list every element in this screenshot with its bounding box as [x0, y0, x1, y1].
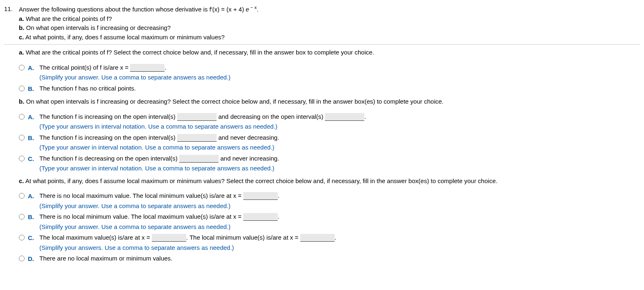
choice-b-A-line: The function f is increasing on the open… [39, 112, 640, 122]
choice-b-A-seg3: . [364, 113, 366, 120]
radio-c-D[interactable] [19, 256, 25, 261]
radio-a-B[interactable] [19, 86, 25, 91]
question-stem: 11. Answer the following questions about… [4, 4, 640, 42]
choice-label: A. [28, 112, 39, 122]
choice-a-A-line: The critical point(s) of f is/are x = . [39, 63, 640, 72]
choice-b-A: A. The function f is increasing on the o… [19, 112, 640, 131]
part-b-bold: b. [19, 98, 24, 105]
stem-b-bold: b. [19, 24, 24, 31]
radio-b-B[interactable] [19, 135, 25, 140]
choice-c-D-text: There are no local maximum or minimum va… [39, 254, 640, 263]
input-b-A-2[interactable] [325, 113, 364, 121]
formula-pre: f′(x) = (x + 4) [209, 6, 246, 13]
choice-a-A-pre: The critical point(s) of f is/are x = [39, 64, 130, 71]
choice-label: B. [28, 84, 39, 94]
choice-a-B: B. The function f has no critical points… [19, 84, 640, 94]
part-a-section: a. What are the critical points of f? Se… [19, 48, 640, 94]
choice-label: B. [28, 133, 39, 143]
choice-a-B-text: The function f has no critical points. [39, 84, 640, 93]
choice-c-C: C. The local maximum value(s) is/are at … [19, 233, 640, 252]
divider [4, 44, 640, 45]
input-c-A-1[interactable] [243, 192, 278, 200]
stem-c-text: At what points, if any, does f assume lo… [24, 34, 225, 41]
choice-label: B. [28, 212, 39, 222]
part-b-prompt-text: On what open intervals is f increasing o… [24, 98, 443, 105]
stem-a-text: What are the critical points of f? [24, 15, 112, 22]
choice-c-A: A. There is no local maximum value. The … [19, 191, 640, 211]
choice-c-A-seg1: There is no local maximum value. The loc… [39, 192, 243, 199]
choice-c-B: B. There is no local minimum value. The … [19, 212, 640, 231]
choice-c-C-hint: (Simplify your answers. Use a comma to s… [39, 243, 640, 253]
choice-b-B-seg1: The function f is increasing on the open… [39, 134, 177, 141]
choice-a-A-post: . [164, 64, 166, 71]
choice-c-B-line: There is no local minimum value. The loc… [39, 212, 640, 222]
input-c-C-2[interactable] [300, 234, 335, 242]
choice-b-C-seg2: and never increasing. [219, 155, 279, 162]
stem-part-a: a. What are the critical points of f? [19, 14, 640, 24]
choice-b-A-seg2: and decreasing on the open interval(s) [217, 113, 325, 120]
choice-c-D: D. There are no local maximum or minimum… [19, 254, 640, 264]
choice-b-B-seg2: and never decreasing. [217, 134, 279, 141]
input-c-C-1[interactable] [152, 234, 186, 242]
choice-b-C-hint: (Type your answer in interval notation. … [39, 164, 640, 173]
radio-c-C[interactable] [19, 235, 25, 240]
choice-a-A: A. The critical point(s) of f is/are x =… [19, 63, 640, 82]
question-container: 11. Answer the following questions about… [4, 4, 640, 264]
part-c-prompt: c. At what points, if any, does f assume… [19, 177, 640, 186]
choice-label: A. [28, 63, 39, 73]
choice-b-B-hint: (Type your answer in interval notation. … [39, 143, 640, 152]
choice-label: C. [28, 233, 39, 243]
stem-lead: Answer the following questions about the… [19, 6, 209, 13]
choice-c-A-seg2: . [278, 192, 279, 199]
question-number: 11. [4, 4, 19, 14]
stem-a-bold: a. [19, 15, 24, 22]
choice-label: D. [28, 254, 39, 264]
choice-b-B-line: The function f is increasing on the open… [39, 133, 640, 143]
choice-c-A-line: There is no local maximum value. The loc… [39, 191, 640, 201]
choice-c-A-hint: (Simplify your answer. Use a comma to se… [39, 202, 640, 211]
choice-c-B-hint: (Simplify your answer. Use a comma to se… [39, 222, 640, 232]
stem-part-c: c. At what points, if any, does f assume… [19, 33, 640, 42]
radio-b-A[interactable] [19, 114, 25, 120]
part-a-prompt-text: What are the critical points of f? Selec… [24, 49, 374, 56]
choice-label: A. [28, 191, 39, 201]
part-c-bold: c. [19, 177, 24, 184]
stem-formula: f′(x) = (x + 4) e − x. [209, 6, 258, 13]
choice-b-C-line: The function f is decreasing on the open… [39, 154, 640, 163]
choice-b-A-seg1: The function f is increasing on the open… [39, 113, 177, 120]
stem-c-bold: c. [19, 34, 24, 41]
part-c-prompt-text: At what points, if any, does f assume lo… [24, 177, 498, 184]
radio-a-A[interactable] [19, 65, 25, 70]
choice-c-B-seg2: . [278, 213, 279, 220]
part-a-prompt: a. What are the critical points of f? Se… [19, 48, 640, 57]
choice-c-C-line: The local maximum value(s) is/are at x =… [39, 233, 640, 242]
part-c-section: c. At what points, if any, does f assume… [19, 177, 640, 264]
stem-part-b: b. On what open intervals is f increasin… [19, 23, 640, 33]
choice-b-B: B. The function f is increasing on the o… [19, 133, 640, 152]
choice-b-A-hint: (Type your answers in interval notation.… [39, 122, 640, 131]
formula-exp: − x [249, 5, 256, 10]
choice-b-C-seg1: The function f is decreasing on the open… [39, 155, 179, 162]
part-a-bold: a. [19, 49, 24, 56]
choice-b-C: C. The function f is decreasing on the o… [19, 154, 640, 173]
part-b-prompt: b. On what open intervals is f increasin… [19, 97, 640, 106]
choice-c-B-seg1: There is no local minimum value. The loc… [39, 213, 243, 220]
choice-c-C-seg3: . [335, 234, 336, 241]
question-body: Answer the following questions about the… [19, 4, 640, 42]
stem-b-text: On what open intervals is f increasing o… [24, 24, 171, 31]
part-b-section: b. On what open intervals is f increasin… [19, 97, 640, 173]
choice-a-A-hint: (Simplify your answer. Use a comma to se… [39, 73, 640, 82]
input-c-B-1[interactable] [243, 213, 278, 221]
input-b-C-1[interactable] [179, 155, 219, 163]
input-b-A-1[interactable] [177, 113, 217, 121]
radio-c-B[interactable] [19, 214, 25, 220]
input-b-B-1[interactable] [177, 134, 217, 142]
input-a-A[interactable] [130, 64, 164, 72]
choice-label: C. [28, 154, 39, 164]
radio-b-C[interactable] [19, 156, 25, 161]
formula-tail: . [257, 6, 258, 13]
radio-c-A[interactable] [19, 193, 25, 199]
choice-c-C-seg1: The local maximum value(s) is/are at x = [39, 234, 152, 241]
choice-c-C-seg2: . The local minimum value(s) is/are at x… [186, 234, 300, 241]
